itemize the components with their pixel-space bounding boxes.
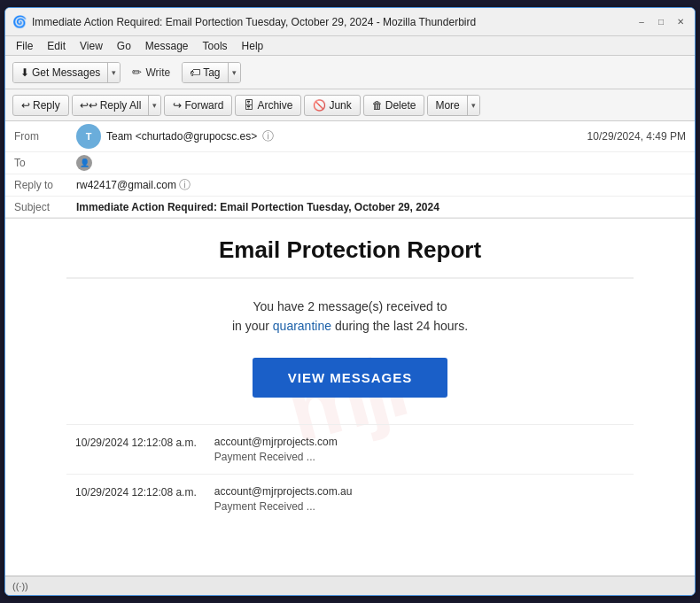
reply-to-label: Reply to bbox=[14, 179, 76, 191]
reply-all-split: ↩↩ Reply All ▾ bbox=[72, 95, 162, 116]
archive-icon: 🗄 bbox=[244, 99, 254, 112]
app-icon: 🌀 bbox=[12, 15, 27, 29]
menu-help[interactable]: Help bbox=[235, 38, 271, 54]
msg-info-0: account@mjrprojects.com Payment Received… bbox=[214, 436, 625, 463]
forward-label: Forward bbox=[184, 99, 223, 112]
more-label: More bbox=[435, 99, 459, 112]
window-controls: – □ ✕ bbox=[634, 15, 688, 29]
sender-info: T Team <churtado@grupocsc.es> ⓘ bbox=[76, 124, 274, 149]
msg-datetime-0: 10/29/2024 12:12:08 a.m. bbox=[75, 436, 197, 451]
window-title: Immediate Action Required: Email Portect… bbox=[32, 16, 634, 28]
more-dropdown[interactable]: ▾ bbox=[467, 96, 479, 115]
more-split: More ▾ bbox=[427, 95, 479, 116]
report-title: Email Protection Report bbox=[66, 236, 634, 279]
email-timestamp: 10/29/2024, 4:49 PM bbox=[587, 130, 686, 143]
junk-button[interactable]: 🚫 Junk bbox=[304, 95, 360, 116]
reply-all-icon: ↩↩ bbox=[80, 99, 97, 112]
msg-subject-1: Payment Received ... bbox=[214, 500, 625, 513]
get-messages-split: ⬇ Get Messages ▾ bbox=[12, 62, 121, 83]
get-messages-button[interactable]: ⬇ Get Messages bbox=[13, 63, 107, 82]
write-icon: ✏ bbox=[132, 66, 142, 79]
more-button[interactable]: More bbox=[428, 96, 466, 115]
reply-to-info-icon[interactable]: ⓘ bbox=[179, 178, 191, 191]
signal-icon: ((·)) bbox=[12, 581, 28, 591]
msg-datetime-1: 10/29/2024 12:12:08 a.m. bbox=[75, 485, 197, 500]
junk-label: Junk bbox=[329, 99, 351, 112]
reply-button[interactable]: ↩ Reply bbox=[12, 95, 69, 116]
menu-file[interactable]: File bbox=[9, 38, 40, 54]
archive-button[interactable]: 🗄 Archive bbox=[235, 95, 301, 116]
subtitle-part2: in your bbox=[232, 319, 269, 333]
minimize-button[interactable]: – bbox=[634, 15, 649, 29]
reply-to-row: Reply to rw42417@gmail.com ⓘ bbox=[5, 174, 695, 197]
subtitle-part1: You have 2 message(s) received to bbox=[253, 299, 447, 313]
recipient-avatar: 👤 bbox=[76, 155, 92, 171]
reply-to-value: rw42417@gmail.com ⓘ bbox=[76, 177, 686, 193]
msg-sender-0: account@mjrprojects.com bbox=[214, 436, 625, 448]
get-messages-icon: ⬇ bbox=[20, 66, 29, 79]
subtitle-part3: during the last 24 hours. bbox=[335, 319, 468, 333]
subject-label: Subject bbox=[14, 201, 76, 213]
email-body: mjr Email Protection Report You have 2 m… bbox=[5, 219, 695, 576]
reply-icon: ↩ bbox=[21, 99, 30, 112]
junk-icon: 🚫 bbox=[313, 99, 326, 112]
sender-avatar: T bbox=[76, 124, 101, 149]
main-window: 🌀 Immediate Action Required: Email Porte… bbox=[4, 7, 696, 596]
msg-info-1: account@mjrprojects.com.au Payment Recei… bbox=[214, 485, 625, 513]
report-subtitle: You have 2 message(s) received to in you… bbox=[66, 297, 634, 336]
view-messages-button[interactable]: VIEW MESSAGES bbox=[253, 358, 447, 398]
subject-row: Subject Immediate Action Required: Email… bbox=[5, 197, 695, 218]
maximize-button[interactable]: □ bbox=[654, 15, 668, 29]
reply-label: Reply bbox=[33, 99, 60, 112]
from-row: From T Team <churtado@grupocsc.es> ⓘ 10/… bbox=[5, 121, 695, 152]
delete-icon: 🗑 bbox=[372, 99, 383, 112]
menu-message[interactable]: Message bbox=[138, 38, 196, 54]
quarantine-link[interactable]: quarantine bbox=[273, 319, 331, 333]
email-content: Email Protection Report You have 2 messa… bbox=[40, 219, 660, 541]
message-row: 10/29/2024 12:12:08 a.m. account@mjrproj… bbox=[66, 425, 634, 475]
tag-icon: 🏷 bbox=[190, 66, 200, 79]
sender-name: Team <churtado@grupocsc.es> bbox=[106, 130, 257, 143]
menu-view[interactable]: View bbox=[73, 38, 110, 54]
title-bar: 🌀 Immediate Action Required: Email Porte… bbox=[5, 8, 695, 36]
subject-value: Immediate Action Required: Email Portect… bbox=[76, 201, 686, 213]
write-label: Write bbox=[145, 66, 170, 79]
to-row: To 👤 bbox=[5, 152, 695, 174]
menu-go[interactable]: Go bbox=[110, 38, 138, 54]
from-label: From bbox=[14, 130, 76, 143]
msg-subject-0: Payment Received ... bbox=[214, 451, 625, 463]
delete-button[interactable]: 🗑 Delete bbox=[363, 95, 425, 116]
archive-label: Archive bbox=[257, 99, 292, 112]
forward-button[interactable]: ↪ Forward bbox=[164, 95, 232, 116]
reply-all-label: Reply All bbox=[100, 99, 142, 112]
reply-all-button[interactable]: ↩↩ Reply All bbox=[73, 96, 149, 115]
menu-tools[interactable]: Tools bbox=[196, 38, 235, 54]
get-messages-dropdown[interactable]: ▾ bbox=[107, 63, 120, 82]
message-row: 10/29/2024 12:12:08 a.m. account@mjrproj… bbox=[66, 475, 634, 523]
to-value: 👤 bbox=[76, 155, 686, 171]
menu-bar: File Edit View Go Message Tools Help bbox=[5, 36, 695, 56]
tag-label: Tag bbox=[203, 66, 220, 79]
message-list: 10/29/2024 12:12:08 a.m. account@mjrproj… bbox=[66, 424, 634, 523]
tag-dropdown[interactable]: ▾ bbox=[228, 63, 240, 82]
action-bar: ↩ Reply ↩↩ Reply All ▾ ↪ Forward 🗄 Archi… bbox=[5, 89, 695, 121]
tag-button[interactable]: 🏷 Tag bbox=[183, 63, 227, 82]
status-bar: ((·)) bbox=[5, 576, 695, 595]
delete-label: Delete bbox=[385, 99, 416, 112]
get-messages-label: Get Messages bbox=[32, 66, 100, 79]
to-label: To bbox=[14, 157, 76, 169]
email-headers: From T Team <churtado@grupocsc.es> ⓘ 10/… bbox=[5, 121, 695, 219]
tag-split: 🏷 Tag ▾ bbox=[182, 62, 240, 83]
msg-sender-1: account@mjrprojects.com.au bbox=[214, 485, 625, 498]
sender-info-icon[interactable]: ⓘ bbox=[262, 128, 274, 144]
signal-indicator: ((·)) bbox=[12, 581, 31, 591]
write-button[interactable]: ✏ Write bbox=[124, 62, 178, 82]
reply-all-dropdown[interactable]: ▾ bbox=[148, 96, 160, 115]
menu-edit[interactable]: Edit bbox=[40, 38, 73, 54]
forward-icon: ↪ bbox=[173, 99, 182, 112]
toolbar: ⬇ Get Messages ▾ ✏ Write 🏷 Tag ▾ bbox=[5, 56, 695, 89]
close-button[interactable]: ✕ bbox=[673, 15, 688, 29]
